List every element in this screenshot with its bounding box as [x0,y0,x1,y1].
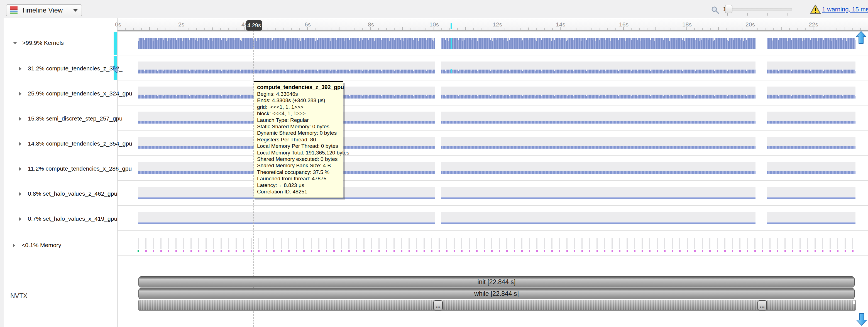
zoom-magnifier-icon [711,6,720,14]
sidebar-item-compute_tendencies_x_324_gpu[interactable]: 25.9% compute_tendencies_x_324_gpu [0,90,117,98]
selection-marker-ruler [451,23,452,29]
timeline-view-icon [10,6,18,14]
selected-kernel-marker [451,69,452,73]
row-focus-indicator [114,32,117,55]
sidebar-item-label: 0.8% set_halo_values_z_462_gpu [28,190,117,197]
chevron-collapsed-icon[interactable] [19,192,22,196]
track-row-background[interactable] [138,212,856,223]
tooltip-line: Correlation ID: 48251 [257,188,340,195]
tooltip-line: grid: <<<1, 1, 1>>> [257,104,340,110]
view-selector-label: Timeline View [22,6,63,14]
sidebar-item-label: 25.9% compute_tendencies_x_324_gpu [28,90,132,97]
toolbar: Timeline View 1x 1 warning, 15 messages [0,0,868,18]
sidebar-item-memory[interactable]: <0.1% Memory [0,241,117,249]
chevron-collapsed-icon[interactable] [19,67,22,71]
zoom-slider-track[interactable] [726,8,792,11]
sidebar-item-label: >99.9% Kernels [22,39,64,46]
sidebar-item-kernels[interactable]: >99.9% Kernels [0,39,117,47]
sidebar-item-label: 14.8% compute_tendencies_z_354_gpu [28,140,132,147]
view-selector-dropdown[interactable]: Timeline View [6,4,82,16]
row-divider [117,180,868,181]
kernel-density-jitter [138,38,856,41]
time-cursor-badge: 4.29s [246,20,262,31]
kernel-activity-bars[interactable] [138,222,856,224]
sidebar-item-label: 0.7% set_halo_values_x_419_gpu [28,216,117,222]
chevron-down-icon [73,9,78,12]
zoom-slider-tick [787,13,788,15]
kernel-activity-bars[interactable] [138,171,856,174]
zoom-slider-tick [727,13,728,15]
row-divider [117,31,868,32]
nsight-timeline-window: Timeline View 1x 1 warning, 15 messages … [0,0,868,327]
messages-link[interactable]: 1 warning, 15 messages [822,6,868,13]
collapsed-ranges-button[interactable]: ... [757,300,767,310]
sidebar-item-semi_discrete_step_257_gpu[interactable]: 15.3% semi_discrete_step_257_gpu [0,115,117,123]
sidebar-item-compute_tendencies_x_286_gpu[interactable]: 11.2% compute_tendencies_x_286_gpu [0,165,117,173]
row-divider [117,155,868,156]
kernel-activity-bars[interactable] [138,197,856,199]
memory-first-dot [137,250,139,252]
timeline-gap [755,31,767,230]
warning-icon [810,4,821,14]
kernel-tooltip-title: compute_tendencies_z_392_gpu [257,84,340,91]
sidebar-item-set_halo_values_z_462_gpu[interactable]: 0.8% set_halo_values_z_462_gpu [0,190,117,198]
kernel-density-jitter [138,70,856,71]
zoom-slider-handle[interactable] [725,5,733,13]
collapsed-ranges-button[interactable]: ... [433,300,443,310]
kernel-activity-bars[interactable] [138,146,856,149]
chevron-collapsed-icon[interactable] [13,243,15,248]
sidebar-item-label: 11.2% compute_tendencies_x_286_gpu [28,165,132,172]
chevron-collapsed-icon[interactable] [19,217,22,221]
ruler-tick-label: 0s [115,21,121,28]
tooltip-line: Local Memory Total: 191,365,120 bytes [257,150,340,156]
scroll-up-arrow[interactable] [855,31,867,44]
nvtx-range-init-label: init [22.844 s] [477,278,516,286]
memory-activity-bars[interactable] [138,238,856,249]
sidebar-item-set_halo_values_x_419_gpu[interactable]: 0.7% set_halo_values_x_419_gpu [0,215,117,223]
chevron-collapsed-icon[interactable] [19,92,22,96]
kernel-density-jitter [138,95,856,96]
nvtx-range-while-label: while [22.844 s] [474,290,519,297]
sidebar-item-compute_tendencies_z_354_gpu[interactable]: 14.8% compute_tendencies_z_354_gpu [0,140,117,148]
kernel-activity-bars[interactable] [138,121,856,124]
tooltip-line: Launch Type: Regular [257,117,340,123]
nvtx-iterations-bar[interactable] [138,300,856,310]
sidebar-item-label: <0.1% Memory [22,242,61,249]
row-divider [117,105,868,105]
chevron-collapsed-icon[interactable] [19,142,22,146]
tooltip-line: Dynamic Shared Memory: 0 bytes [257,130,340,136]
tooltip-line: Static Shared Memory: 0 bytes [257,123,340,130]
kernel-tooltip-body: Begins: 4.33046sEnds: 4.3308s (+340.283 … [257,91,340,195]
tooltip-line: Registers Per Thread: 80 [257,136,340,143]
nvtx-range-while[interactable]: while [22.844 s] [138,288,855,299]
tooltip-line: Begins: 4.33046s [257,91,340,97]
sidebar-item-compute_tendencies_z_392_[interactable]: 31.2% compute_tendencies_z_392_ [0,65,117,73]
chevron-collapsed-icon[interactable] [19,167,22,171]
scroll-down-arrow[interactable] [856,312,868,326]
sidebar-item-label: 15.3% semi_discrete_step_257_gpu [28,115,123,122]
row-divider [117,205,868,206]
nvtx-iterations-end-notch [853,300,855,304]
kernel-tooltip: compute_tendencies_z_392_gpu Begins: 4.3… [254,81,343,198]
memory-operation-dots[interactable] [138,250,856,252]
row-divider [117,80,868,80]
timeline-gap [435,31,441,230]
row-divider [117,130,868,131]
tooltip-line: Latency: ←8.823 μs [257,182,340,188]
chevron-expanded-icon[interactable] [13,42,17,44]
tooltip-line: block: <<<4, 1, 1>>> [257,110,340,117]
row-divider [117,230,868,231]
zoom-slider-tick [747,13,748,15]
tooltip-line: Launched from thread: 47875 [257,175,340,182]
tooltip-line: Ends: 4.3308s (+340.283 μs) [257,97,340,103]
tooltip-line: Shared Memory executed: 0 bytes [257,156,340,162]
tooltip-line: Local Memory Per Thread: 0 bytes [257,143,340,149]
nvtx-row-label: NVTX [10,292,27,300]
chevron-collapsed-icon[interactable] [19,117,22,121]
zoom-slider-tick [768,13,768,15]
selected-kernel-marker [451,38,452,49]
nvtx-range-init[interactable]: init [22.844 s] [138,276,855,288]
tooltip-line: Theoretical occupancy: 37.5 % [257,169,340,175]
mouse-cursor-icon [108,63,118,73]
track-row-background[interactable] [138,187,856,198]
